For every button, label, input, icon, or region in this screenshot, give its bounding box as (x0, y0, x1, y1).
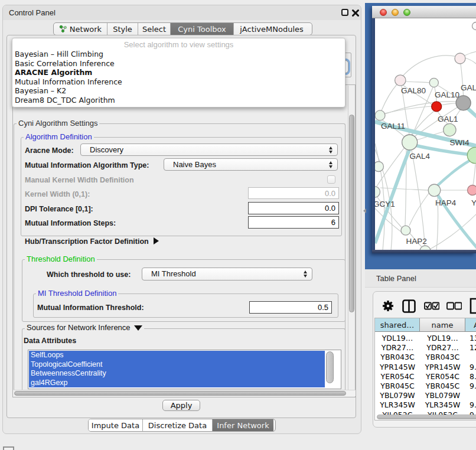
table-cell[interactable]: YDL19… (420, 334, 465, 343)
graph-node[interactable] (375, 162, 384, 172)
tab-infer-network[interactable]: Infer Network (213, 419, 273, 431)
table-cell[interactable]: YER054C (375, 372, 420, 381)
graph-node[interactable] (375, 187, 380, 198)
graph-edge[interactable] (406, 81, 429, 83)
graph-edge[interactable] (465, 51, 476, 56)
table-cell[interactable]: YBL079W (375, 391, 420, 400)
attribute-list-vscroll-thumb[interactable] (326, 351, 334, 383)
table-cell[interactable]: YER054C (420, 372, 465, 381)
table-cell[interactable]: YDL19… (375, 334, 420, 343)
node-table[interactable]: shared…nameAYDL19…YDL19…13YDR27…YDR27…12… (374, 318, 476, 420)
close-icon[interactable] (351, 8, 360, 17)
algorithm-option[interactable]: Basic Correlation Inference (15, 59, 115, 69)
graph-edge[interactable] (473, 164, 475, 185)
table-cell[interactable]: 9. (470, 400, 476, 410)
mi-steps-field[interactable]: 6 (248, 216, 339, 229)
graph-node[interactable] (395, 75, 406, 86)
graph-node[interactable] (468, 185, 476, 195)
table-cell[interactable]: YBR043C (420, 353, 465, 362)
graph-node[interactable] (375, 110, 385, 120)
table-cell[interactable]: YLR345W (420, 400, 465, 410)
table-cell[interactable]: YDR27… (420, 343, 465, 353)
graph-edge[interactable] (412, 150, 425, 246)
algorithm-option[interactable]: Bayesian – K2 (15, 86, 66, 96)
aracne-mode-combo[interactable]: Discovery (80, 144, 338, 156)
graph-edge[interactable] (402, 56, 459, 77)
graph-node[interactable] (428, 184, 441, 197)
unchecked-pair-icon[interactable] (446, 302, 462, 312)
sources-title[interactable]: Sources for Network Inference (25, 324, 144, 332)
table-cell[interactable]: YBR043C (375, 353, 420, 362)
graph-node[interactable] (472, 22, 476, 30)
graph-edge[interactable] (465, 58, 476, 66)
tab-impute-data[interactable]: Impute Data (89, 419, 143, 431)
graph-node[interactable] (401, 226, 410, 235)
graph-node[interactable] (444, 123, 456, 136)
settings-vscrollbar[interactable] (348, 86, 354, 390)
table-cell[interactable]: 8. (470, 372, 476, 381)
settings-hscroll-thumb[interactable] (14, 391, 346, 396)
document-icon[interactable] (470, 298, 476, 317)
network-window-titlebar[interactable] (372, 6, 476, 18)
split-columns-icon[interactable] (402, 299, 416, 315)
data-attributes-list[interactable]: SelfLoopsTopologicalCoefficientBetweenne… (28, 350, 341, 389)
table-cell[interactable] (470, 391, 476, 400)
table-cell[interactable]: YBL079W (420, 391, 465, 400)
mi-algorithm-type-combo[interactable]: Naive Bayes (164, 158, 338, 171)
table-cell[interactable]: 12 (470, 343, 476, 353)
table-cell[interactable]: YLR345W (375, 400, 420, 410)
graph-node[interactable] (432, 102, 442, 112)
tab-style[interactable]: Style (107, 23, 138, 35)
table-cell[interactable]: YBR045C (375, 381, 420, 391)
gear-icon[interactable] (382, 299, 395, 315)
graph-edge[interactable] (385, 102, 456, 114)
column-header[interactable]: shared… (375, 318, 420, 332)
attribute-item[interactable]: BetweennessCentrality (29, 369, 325, 379)
tab-jactivemnodules[interactable]: jActiveMNodules (234, 23, 309, 35)
table-cell[interactable]: YDR27… (375, 343, 420, 353)
table-cell[interactable]: YPR145W (375, 363, 420, 372)
hub-definition-label[interactable]: Hub/Transcription Factor Definition (25, 237, 159, 246)
table-cell[interactable]: YPR145W (420, 363, 465, 372)
table-cell[interactable]: 9. (470, 381, 476, 391)
settings-hscrollbar[interactable] (14, 390, 356, 396)
graph-node[interactable] (455, 53, 465, 64)
algorithm-option[interactable]: Dream8 DC_TDC Algorithm (15, 96, 115, 105)
graph-edge[interactable] (441, 103, 456, 105)
tab-discretize-data[interactable]: Discretize Data (143, 419, 213, 431)
apply-button[interactable]: Apply (162, 400, 200, 411)
manual-kernel-width-checkbox[interactable] (327, 175, 335, 184)
column-header[interactable]: name (420, 318, 465, 332)
algorithm-option[interactable]: Bayesian – Hill Climbing (15, 50, 103, 59)
table-cell[interactable]: 13 (470, 334, 476, 343)
attribute-item[interactable]: TopologicalCoefficient (29, 360, 325, 370)
checked-pair-icon[interactable] (424, 302, 439, 312)
kernel-width-field[interactable]: 0.0 (248, 187, 339, 199)
table-cell[interactable]: YBR045C (420, 381, 465, 391)
settings-vscroll-thumb[interactable] (349, 115, 354, 312)
which-threshold-combo[interactable]: MI Threshold (142, 268, 312, 281)
table-hscroll-thumb[interactable] (377, 415, 476, 419)
close-traffic-light[interactable] (380, 9, 387, 16)
tab-network[interactable]: Network (54, 23, 107, 35)
graph-node[interactable] (402, 135, 418, 150)
mi-threshold-field[interactable]: 0.5 (249, 301, 332, 314)
tab-cyni-toolbox[interactable]: Cyni Toolbox (171, 23, 234, 35)
splitter-collapse-icon[interactable] (363, 208, 366, 213)
graph-edge-highlighted[interactable] (438, 161, 470, 185)
attribute-item[interactable]: gal4RGexp (29, 379, 325, 388)
column-header[interactable]: A (465, 318, 476, 332)
table-cell[interactable] (470, 353, 476, 362)
network-canvas[interactable]: GAL7GAL80GAL10GAL1GAL11SWI4GAL4GCY1HAP4Y… (375, 19, 476, 250)
table-cell[interactable]: 9. (470, 363, 476, 372)
graph-node[interactable] (429, 78, 438, 87)
zoom-traffic-light[interactable] (403, 9, 410, 16)
grip-icon[interactable] (3, 446, 14, 450)
minimize-traffic-light[interactable] (392, 9, 399, 16)
algorithm-option[interactable]: ARACNE Algorithm (15, 68, 92, 77)
float-window-icon[interactable] (341, 9, 348, 16)
tab-select[interactable]: Select (138, 23, 171, 35)
attribute-item[interactable]: SelfLoops (29, 351, 325, 360)
algorithm-option[interactable]: Mutual Information Inference (15, 77, 122, 87)
dpi-tolerance-field[interactable]: 0.0 (248, 202, 339, 214)
